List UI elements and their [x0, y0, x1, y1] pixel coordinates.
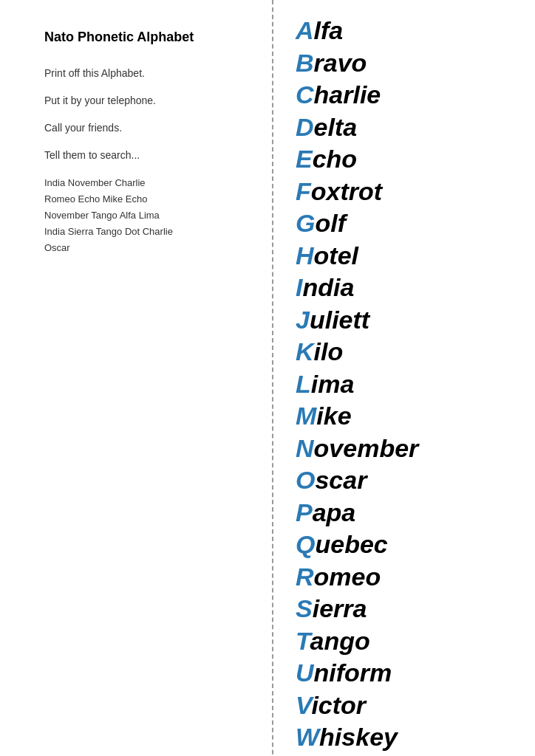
letter-initial: E — [296, 145, 313, 173]
alphabet-item: Mike — [296, 400, 520, 433]
alphabet-item: Golf — [296, 207, 520, 240]
alphabet-item: Foxtrot — [296, 176, 520, 208]
alphabet-item: Tango — [296, 625, 520, 658]
letter-rest: ike — [316, 402, 351, 430]
letter-initial: D — [296, 113, 314, 141]
alphabet-item: Alfa — [296, 15, 520, 47]
page-container: Nato Phonetic Alphabet Print off this Al… — [0, 0, 535, 756]
letter-rest: oxtrot — [311, 177, 382, 205]
letter-initial: Q — [296, 530, 315, 558]
letter-rest: ierra — [313, 594, 367, 622]
letter-rest: ilo — [314, 337, 344, 365]
letter-rest: otel — [314, 241, 358, 269]
search-line: Oscar — [44, 240, 251, 256]
alphabet-item: Romeo — [296, 561, 520, 594]
alphabet-item: Victor — [296, 690, 520, 722]
alphabet-item: Delta — [296, 111, 520, 144]
alphabet-item: Whiskey — [296, 721, 520, 754]
letter-rest: ravo — [314, 49, 367, 77]
letter-rest: elta — [314, 113, 358, 141]
letter-rest: uebec — [315, 530, 387, 558]
letter-initial: M — [296, 402, 316, 430]
letter-rest: ictor — [311, 691, 366, 719]
alphabet-item: Charlie — [296, 79, 520, 111]
alphabet-item: Quebec — [296, 529, 520, 561]
letter-initial: L — [296, 370, 311, 398]
letter-initial: B — [296, 49, 314, 77]
letter-initial: R — [296, 563, 314, 591]
letter-rest: scar — [315, 466, 367, 494]
search-line: November Tango Alfa Lima — [44, 207, 251, 224]
letter-rest: olf — [315, 209, 346, 237]
alphabet-item: November — [296, 433, 520, 465]
search-line: Romeo Echo Mike Echo — [44, 191, 251, 207]
instructions-container: Print off this Alphabet.Put it by your t… — [44, 66, 251, 163]
alphabet-item: Sierra — [296, 593, 520, 625]
letter-initial: F — [296, 177, 311, 205]
letter-initial: W — [296, 723, 319, 751]
letter-rest: cho — [313, 145, 357, 173]
dashed-divider — [272, 0, 273, 756]
letter-initial: A — [296, 16, 314, 44]
letter-rest: niform — [314, 659, 392, 687]
alphabet-item: Uniform — [296, 657, 520, 690]
letter-initial: O — [296, 466, 315, 494]
alphabet-item: India — [296, 272, 520, 304]
letter-rest: uliett — [310, 306, 369, 334]
alphabet-item: Papa — [296, 497, 520, 529]
right-panel: AlfaBravoCharlieDeltaEchoFoxtrotGolfHote… — [273, 0, 535, 756]
alphabet-item: Lima — [296, 368, 520, 401]
left-panel: Nato Phonetic Alphabet Print off this Al… — [0, 0, 273, 756]
alphabet-list: AlfaBravoCharlieDeltaEchoFoxtrotGolfHote… — [296, 15, 520, 756]
alphabet-item: Juliett — [296, 304, 520, 337]
letter-initial: K — [296, 337, 314, 365]
page-title: Nato Phonetic Alphabet — [44, 30, 251, 45]
alphabet-item: Kilo — [296, 336, 520, 368]
letter-rest: ango — [310, 627, 370, 655]
letter-initial: V — [296, 691, 311, 719]
search-line: India November Charlie — [44, 175, 251, 191]
letter-rest: harlie — [314, 80, 381, 109]
letter-initial: S — [296, 594, 313, 622]
instruction-item: Put it by your telephone. — [44, 93, 251, 109]
alphabet-item: Oscar — [296, 464, 520, 497]
search-line: India Sierra Tango Dot Charlie — [44, 224, 251, 240]
letter-initial: P — [296, 498, 313, 526]
letter-initial: T — [296, 627, 310, 655]
letter-rest: omeo — [314, 563, 381, 591]
instruction-item: Tell them to search... — [44, 148, 251, 163]
letter-rest: apa — [313, 498, 356, 526]
letter-rest: hiskey — [319, 723, 398, 751]
letter-initial: C — [296, 80, 314, 109]
letter-rest: lfa — [314, 16, 344, 44]
alphabet-item: Bravo — [296, 47, 520, 80]
letter-rest: ovember — [314, 434, 419, 462]
alphabet-item: Hotel — [296, 240, 520, 272]
letter-initial: H — [296, 241, 314, 269]
instruction-item: Print off this Alphabet. — [44, 66, 251, 81]
instruction-item: Call your friends. — [44, 120, 251, 136]
search-text-block: India November CharlieRomeo Echo Mike Ec… — [44, 175, 251, 256]
alphabet-item: Echo — [296, 143, 520, 176]
letter-rest: ndia — [302, 273, 354, 301]
letter-initial: U — [296, 659, 314, 687]
letter-initial: G — [296, 209, 315, 237]
letter-initial: J — [296, 306, 310, 334]
letter-rest: ima — [311, 370, 355, 398]
letter-initial: N — [296, 434, 314, 462]
